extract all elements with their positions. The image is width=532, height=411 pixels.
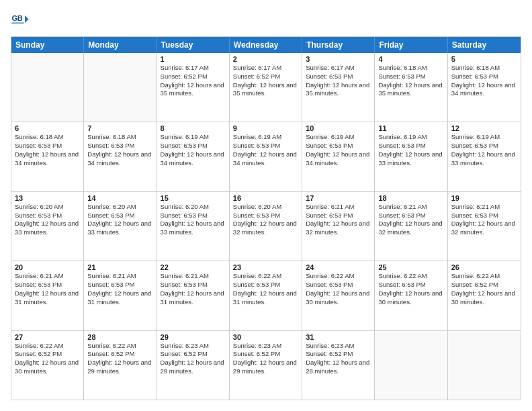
- calendar-cell: 15Sunrise: 6:20 AM Sunset: 6:53 PM Dayli…: [157, 192, 230, 261]
- day-number: 10: [306, 124, 371, 132]
- day-info: Sunrise: 6:21 AM Sunset: 6:53 PM Dayligh…: [451, 203, 517, 237]
- calendar-cell: 14Sunrise: 6:20 AM Sunset: 6:53 PM Dayli…: [84, 192, 157, 261]
- day-info: Sunrise: 6:21 AM Sunset: 6:53 PM Dayligh…: [306, 203, 371, 237]
- day-info: Sunrise: 6:22 AM Sunset: 6:53 PM Dayligh…: [233, 272, 298, 306]
- day-info: Sunrise: 6:18 AM Sunset: 6:53 PM Dayligh…: [378, 64, 443, 98]
- calendar-cell: 24Sunrise: 6:22 AM Sunset: 6:53 PM Dayli…: [302, 261, 375, 330]
- calendar-cell: 20Sunrise: 6:21 AM Sunset: 6:53 PM Dayli…: [11, 261, 84, 330]
- calendar-cell: 18Sunrise: 6:21 AM Sunset: 6:53 PM Dayli…: [375, 192, 447, 261]
- day-info: Sunrise: 6:20 AM Sunset: 6:53 PM Dayligh…: [87, 203, 152, 237]
- day-info: Sunrise: 6:21 AM Sunset: 6:53 PM Dayligh…: [161, 272, 226, 306]
- day-header-sunday: Sunday: [11, 37, 84, 53]
- calendar-cell: 9Sunrise: 6:19 AM Sunset: 6:53 PM Daylig…: [230, 122, 302, 191]
- day-number: 27: [15, 333, 80, 341]
- calendar-cell: 1Sunrise: 6:17 AM Sunset: 6:52 PM Daylig…: [157, 53, 230, 122]
- day-number: 13: [15, 194, 80, 202]
- day-info: Sunrise: 6:21 AM Sunset: 6:53 PM Dayligh…: [87, 272, 152, 306]
- calendar-row-1: 1Sunrise: 6:17 AM Sunset: 6:52 PM Daylig…: [11, 53, 521, 122]
- calendar-cell: 28Sunrise: 6:22 AM Sunset: 6:52 PM Dayli…: [84, 331, 157, 400]
- day-number: 8: [161, 124, 226, 132]
- day-info: Sunrise: 6:20 AM Sunset: 6:53 PM Dayligh…: [161, 203, 226, 237]
- svg-text:B: B: [17, 14, 23, 22]
- day-number: 21: [87, 263, 152, 271]
- calendar-cell: 16Sunrise: 6:20 AM Sunset: 6:53 PM Dayli…: [230, 192, 302, 261]
- day-number: 9: [233, 124, 298, 132]
- day-info: Sunrise: 6:21 AM Sunset: 6:53 PM Dayligh…: [378, 203, 443, 237]
- day-number: 19: [451, 194, 517, 202]
- day-number: 11: [378, 124, 443, 132]
- calendar-cell: 19Sunrise: 6:21 AM Sunset: 6:53 PM Dayli…: [448, 192, 521, 261]
- day-number: 17: [306, 194, 371, 202]
- day-number: 3: [306, 55, 371, 63]
- calendar-cell: 23Sunrise: 6:22 AM Sunset: 6:53 PM Dayli…: [230, 261, 302, 330]
- logo-icon: G B: [11, 11, 30, 30]
- calendar-cell: 26Sunrise: 6:22 AM Sunset: 6:52 PM Dayli…: [448, 261, 521, 330]
- day-info: Sunrise: 6:22 AM Sunset: 6:53 PM Dayligh…: [306, 272, 371, 306]
- day-number: 1: [161, 55, 226, 63]
- day-number: 28: [87, 333, 152, 341]
- day-info: Sunrise: 6:17 AM Sunset: 6:53 PM Dayligh…: [306, 64, 371, 98]
- calendar-cell: 5Sunrise: 6:18 AM Sunset: 6:53 PM Daylig…: [448, 53, 521, 122]
- day-number: 18: [378, 194, 443, 202]
- calendar-cell: 11Sunrise: 6:19 AM Sunset: 6:53 PM Dayli…: [375, 122, 447, 191]
- day-number: 4: [378, 55, 443, 63]
- day-number: 7: [87, 124, 152, 132]
- page-header: G B: [11, 11, 521, 30]
- day-header-wednesday: Wednesday: [230, 37, 302, 53]
- day-number: 29: [161, 333, 226, 341]
- day-header-thursday: Thursday: [302, 37, 375, 53]
- calendar-cell: 30Sunrise: 6:23 AM Sunset: 6:52 PM Dayli…: [230, 331, 302, 400]
- calendar-row-3: 13Sunrise: 6:20 AM Sunset: 6:53 PM Dayli…: [11, 191, 521, 261]
- day-info: Sunrise: 6:18 AM Sunset: 6:53 PM Dayligh…: [451, 64, 517, 98]
- calendar-cell: 21Sunrise: 6:21 AM Sunset: 6:53 PM Dayli…: [84, 261, 157, 330]
- svg-rect-3: [11, 23, 24, 24]
- day-number: 12: [451, 124, 517, 132]
- day-info: Sunrise: 6:22 AM Sunset: 6:53 PM Dayligh…: [378, 272, 443, 306]
- day-number: 2: [233, 55, 298, 63]
- day-number: 15: [161, 194, 226, 202]
- day-info: Sunrise: 6:21 AM Sunset: 6:53 PM Dayligh…: [15, 272, 80, 306]
- day-info: Sunrise: 6:22 AM Sunset: 6:52 PM Dayligh…: [87, 342, 152, 376]
- day-info: Sunrise: 6:19 AM Sunset: 6:53 PM Dayligh…: [161, 133, 226, 167]
- day-number: 30: [233, 333, 298, 341]
- calendar-cell: [375, 331, 447, 400]
- logo: G B: [11, 11, 31, 30]
- calendar-cell: 31Sunrise: 6:23 AM Sunset: 6:52 PM Dayli…: [302, 331, 375, 400]
- day-info: Sunrise: 6:20 AM Sunset: 6:53 PM Dayligh…: [15, 203, 80, 237]
- day-number: 20: [15, 263, 80, 271]
- day-header-friday: Friday: [375, 37, 447, 53]
- day-info: Sunrise: 6:18 AM Sunset: 6:53 PM Dayligh…: [87, 133, 152, 167]
- calendar-cell: [11, 53, 84, 122]
- calendar-cell: 29Sunrise: 6:23 AM Sunset: 6:52 PM Dayli…: [157, 331, 230, 400]
- day-header-monday: Monday: [84, 37, 157, 53]
- calendar-cell: 17Sunrise: 6:21 AM Sunset: 6:53 PM Dayli…: [302, 192, 375, 261]
- day-number: 26: [451, 263, 517, 271]
- day-info: Sunrise: 6:23 AM Sunset: 6:52 PM Dayligh…: [233, 342, 298, 376]
- day-header-tuesday: Tuesday: [157, 37, 230, 53]
- svg-marker-2: [25, 15, 29, 23]
- calendar-cell: 27Sunrise: 6:22 AM Sunset: 6:52 PM Dayli…: [11, 331, 84, 400]
- day-info: Sunrise: 6:19 AM Sunset: 6:53 PM Dayligh…: [378, 133, 443, 167]
- calendar-cell: 6Sunrise: 6:18 AM Sunset: 6:53 PM Daylig…: [11, 122, 84, 191]
- calendar: SundayMondayTuesdayWednesdayThursdayFrid…: [11, 36, 521, 400]
- calendar-cell: [84, 53, 157, 122]
- calendar-cell: [448, 331, 521, 400]
- calendar-cell: 7Sunrise: 6:18 AM Sunset: 6:53 PM Daylig…: [84, 122, 157, 191]
- day-header-saturday: Saturday: [448, 37, 521, 53]
- day-number: 31: [306, 333, 371, 341]
- day-info: Sunrise: 6:19 AM Sunset: 6:53 PM Dayligh…: [233, 133, 298, 167]
- svg-text:G: G: [11, 14, 17, 22]
- calendar-cell: 12Sunrise: 6:19 AM Sunset: 6:53 PM Dayli…: [448, 122, 521, 191]
- calendar-cell: 13Sunrise: 6:20 AM Sunset: 6:53 PM Dayli…: [11, 192, 84, 261]
- calendar-body: 1Sunrise: 6:17 AM Sunset: 6:52 PM Daylig…: [11, 53, 521, 400]
- day-info: Sunrise: 6:17 AM Sunset: 6:52 PM Dayligh…: [233, 64, 298, 98]
- calendar-row-5: 27Sunrise: 6:22 AM Sunset: 6:52 PM Dayli…: [11, 330, 521, 400]
- day-number: 14: [87, 194, 152, 202]
- day-info: Sunrise: 6:23 AM Sunset: 6:52 PM Dayligh…: [161, 342, 226, 376]
- calendar-cell: 3Sunrise: 6:17 AM Sunset: 6:53 PM Daylig…: [302, 53, 375, 122]
- calendar-cell: 25Sunrise: 6:22 AM Sunset: 6:53 PM Dayli…: [375, 261, 447, 330]
- calendar-cell: 2Sunrise: 6:17 AM Sunset: 6:52 PM Daylig…: [230, 53, 302, 122]
- day-info: Sunrise: 6:17 AM Sunset: 6:52 PM Dayligh…: [161, 64, 226, 98]
- day-number: 16: [233, 194, 298, 202]
- day-number: 23: [233, 263, 298, 271]
